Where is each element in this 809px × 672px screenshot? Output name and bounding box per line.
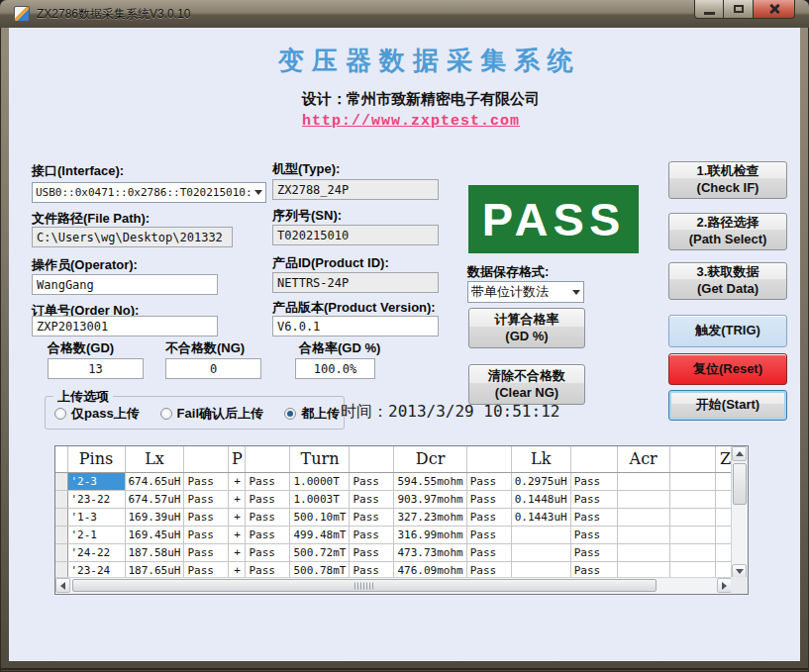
order-no-field[interactable]: [32, 316, 218, 336]
table-cell[interactable]: Pass: [184, 508, 229, 526]
column-header[interactable]: Pins: [67, 446, 125, 472]
table-cell[interactable]: 0.1443uH: [511, 508, 570, 526]
table-cell[interactable]: [669, 472, 715, 490]
operator-field[interactable]: [32, 274, 218, 295]
scroll-up-button[interactable]: [732, 446, 747, 461]
column-header[interactable]: Lk: [511, 446, 570, 472]
table-cell[interactable]: +: [229, 543, 246, 561]
table-cell[interactable]: Pass: [184, 490, 229, 508]
table-cell[interactable]: 187.58uH: [125, 543, 184, 561]
column-header[interactable]: [669, 446, 715, 472]
table-cell[interactable]: Pass: [184, 472, 229, 490]
column-header[interactable]: [350, 446, 394, 472]
table-cell[interactable]: Pass: [246, 472, 290, 490]
table-cell[interactable]: 500.10mT: [290, 508, 350, 526]
column-header[interactable]: [246, 446, 290, 472]
table-cell[interactable]: Pass: [350, 526, 394, 543]
table-cell[interactable]: +: [229, 526, 246, 543]
gd-rate-field[interactable]: [295, 358, 375, 379]
table-cell[interactable]: 0.1448uH: [511, 490, 570, 508]
table-cell[interactable]: [511, 543, 570, 561]
interface-combobox[interactable]: USB0::0x0471::0x2786::T020215010:::: [32, 182, 266, 203]
table-cell[interactable]: Pass: [466, 508, 511, 526]
table-cell[interactable]: [669, 526, 715, 543]
close-button[interactable]: [754, 0, 795, 19]
table-cell[interactable]: 499.48mT: [290, 526, 350, 543]
column-header[interactable]: [55, 446, 67, 472]
table-cell[interactable]: Pass: [466, 472, 511, 490]
column-header[interactable]: Acr: [617, 446, 669, 472]
scroll-right-button[interactable]: [717, 578, 732, 593]
column-header[interactable]: [466, 446, 511, 472]
vertical-scroll-thumb[interactable]: [733, 463, 747, 505]
table-cell[interactable]: 473.73mohm: [394, 543, 466, 561]
column-header[interactable]: P: [229, 446, 246, 472]
table-cell[interactable]: Pass: [184, 543, 229, 561]
column-header[interactable]: Turn: [290, 446, 350, 472]
radio-option[interactable]: Fail确认后上传: [160, 405, 263, 423]
table-cell[interactable]: 327.23mohm: [394, 508, 466, 526]
maximize-button[interactable]: [724, 0, 754, 19]
table-cell[interactable]: Pass: [466, 490, 511, 508]
table-cell[interactable]: [617, 490, 669, 508]
table-cell[interactable]: Pass: [466, 543, 511, 561]
get-data-button[interactable]: 3.获取数据 (Get Data): [668, 262, 787, 300]
title-bar[interactable]: ZX2786数据采集系统V3.0.10: [0, 0, 809, 28]
table-cell[interactable]: 500.72mT: [290, 543, 350, 561]
table-cell[interactable]: 674.57uH: [125, 490, 184, 508]
table-cell[interactable]: Pass: [570, 472, 617, 490]
type-field[interactable]: [272, 179, 439, 200]
scroll-left-button[interactable]: [55, 578, 70, 593]
table-cell[interactable]: [617, 472, 669, 490]
sn-field[interactable]: [272, 225, 439, 245]
row-header[interactable]: [55, 490, 67, 508]
table-cell[interactable]: Pass: [246, 508, 290, 526]
table-cell[interactable]: 1.0003T: [290, 490, 350, 508]
table-cell[interactable]: Pass: [570, 490, 617, 508]
column-header[interactable]: [570, 446, 617, 472]
table-cell[interactable]: Pass: [350, 543, 394, 561]
ng-count-field[interactable]: [165, 358, 261, 379]
minimize-button[interactable]: [694, 0, 724, 19]
table-cell[interactable]: Pass: [570, 508, 617, 526]
table-cell[interactable]: 316.99mohm: [394, 526, 466, 543]
table-cell[interactable]: [669, 508, 715, 526]
table-cell[interactable]: '2-3: [67, 472, 125, 490]
radio-option[interactable]: 仅pass上传: [54, 405, 140, 423]
table-cell[interactable]: 169.45uH: [125, 526, 184, 543]
table-cell[interactable]: +: [229, 490, 246, 508]
table-cell[interactable]: Pass: [466, 526, 511, 543]
column-header[interactable]: Dcr: [394, 446, 466, 472]
check-if-button[interactable]: 1.联机检查 (Check IF): [668, 161, 787, 199]
website-link[interactable]: http://www.zxptest.com: [302, 113, 520, 130]
start-button[interactable]: 开始(Start): [668, 390, 787, 421]
table-cell[interactable]: 0.2975uH: [511, 472, 570, 490]
radio-option[interactable]: 都上传: [284, 405, 340, 423]
product-id-field[interactable]: [272, 272, 439, 293]
horizontal-scroll-thumb[interactable]: [72, 579, 657, 592]
row-header[interactable]: [55, 543, 67, 561]
product-version-field[interactable]: [272, 316, 439, 336]
column-header[interactable]: Lx: [125, 446, 184, 472]
row-header[interactable]: [55, 472, 67, 490]
row-header[interactable]: [55, 508, 67, 526]
table-cell[interactable]: +: [229, 508, 246, 526]
save-format-combobox[interactable]: 带单位计数法: [467, 281, 584, 303]
table-cell[interactable]: Pass: [350, 508, 394, 526]
row-header[interactable]: [55, 526, 67, 543]
table-cell[interactable]: 1.0000T: [290, 472, 350, 490]
table-cell[interactable]: Pass: [570, 543, 617, 561]
table-cell[interactable]: Pass: [570, 526, 617, 543]
file-path-field[interactable]: [32, 227, 233, 247]
column-header[interactable]: [184, 446, 229, 472]
table-cell[interactable]: [669, 490, 715, 508]
table-cell[interactable]: [617, 526, 669, 543]
table-cell[interactable]: 594.55mohm: [394, 472, 466, 490]
table-cell[interactable]: Pass: [246, 490, 290, 508]
table-cell[interactable]: 169.39uH: [125, 508, 184, 526]
path-select-button[interactable]: 2.路径选择 (Path Select): [668, 213, 787, 250]
table-cell[interactable]: '1-3: [67, 508, 125, 526]
table-cell[interactable]: '2-1: [67, 526, 125, 543]
trig-button[interactable]: 触发(TRIG): [668, 315, 787, 347]
horizontal-scrollbar[interactable]: [55, 577, 732, 594]
